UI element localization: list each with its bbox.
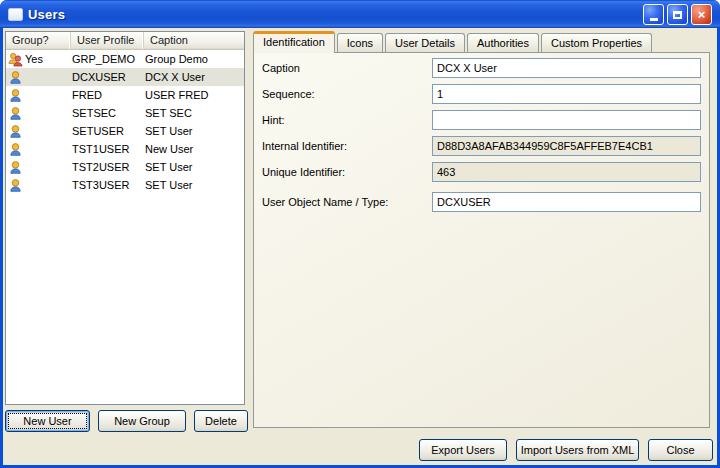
tab-authorities[interactable]: Authorities [467, 33, 539, 52]
hint-label: Hint: [262, 110, 432, 126]
tab-identification[interactable]: Identification [253, 31, 335, 53]
group-cell [6, 124, 70, 139]
group-icon [8, 52, 23, 67]
column-header-user-profile[interactable]: User Profile [70, 32, 143, 49]
user-icon [8, 88, 23, 103]
list-action-buttons: New User New Group Delete [5, 410, 248, 432]
hint-field[interactable] [432, 110, 701, 130]
tab-user-details[interactable]: User Details [385, 33, 465, 52]
caption-cell: SET User [143, 125, 244, 137]
hint-row: Hint: [262, 110, 701, 130]
column-header-caption[interactable]: Caption [143, 32, 244, 49]
title-bar[interactable]: Users × [0, 0, 720, 28]
close-button[interactable]: × [691, 4, 712, 25]
table-row[interactable]: YesGRP_DEMOGroup Demo [6, 50, 244, 68]
user-profile-cell: TST2USER [70, 161, 143, 173]
group-cell [6, 88, 70, 103]
list-rows: YesGRP_DEMOGroup DemoDCXUSERDCX X UserFR… [6, 50, 244, 194]
dialog-action-buttons: Export Users Import Users from XML Close [419, 439, 713, 461]
user-icon [8, 178, 23, 193]
caption-cell: New User [143, 143, 244, 155]
new-group-button[interactable]: New Group [98, 410, 186, 432]
delete-button[interactable]: Delete [194, 410, 248, 432]
user-icon [8, 106, 23, 121]
sequence-label: Sequence: [262, 84, 432, 100]
sequence-row: Sequence: [262, 84, 701, 104]
group-cell [6, 142, 70, 157]
column-header-group[interactable]: Group? [6, 32, 70, 49]
new-user-button[interactable]: New User [5, 410, 90, 432]
detail-tab-control: IdentificationIconsUser DetailsAuthoriti… [253, 30, 710, 428]
close-icon: × [698, 8, 706, 21]
group-cell [6, 106, 70, 121]
unique-identifier-row: Unique Identifier: [262, 162, 701, 182]
table-row[interactable]: TST2USERSET User [6, 158, 244, 176]
list-header[interactable]: Group? User Profile Caption [6, 32, 244, 50]
internal-identifier-field [432, 136, 701, 156]
group-flag: Yes [25, 53, 43, 65]
table-row[interactable]: SETUSERSET User [6, 122, 244, 140]
table-row[interactable]: FREDUSER FRED [6, 86, 244, 104]
user-profile-cell: TST1USER [70, 143, 143, 155]
user-profile-cell: FRED [70, 89, 143, 101]
import-users-from-xml-button[interactable]: Import Users from XML [516, 439, 639, 461]
unique-identifier-field [432, 162, 701, 182]
table-row[interactable]: DCXUSERDCX X User [6, 68, 244, 86]
window-icon [8, 8, 23, 21]
window-title: Users [28, 7, 65, 22]
group-cell: Yes [6, 52, 70, 67]
users-list[interactable]: Group? User Profile Caption YesGRP_DEMOG… [5, 31, 245, 405]
tab-strip: IdentificationIconsUser DetailsAuthoriti… [253, 30, 710, 52]
maximize-icon [673, 11, 682, 19]
close-dialog-button[interactable]: Close [648, 439, 713, 461]
caption-cell: USER FRED [143, 89, 244, 101]
user-object-name-type-row: User Object Name / Type: [262, 192, 701, 212]
user-icon [8, 70, 23, 85]
unique-identifier-label: Unique Identifier: [262, 162, 432, 178]
user-object-name-type-field[interactable] [432, 192, 701, 212]
dialog-client-area: Group? User Profile Caption YesGRP_DEMOG… [3, 28, 717, 465]
identification-tab-panel: CaptionSequence:Hint:Internal Identifier… [253, 52, 710, 428]
user-profile-cell: GRP_DEMO [70, 53, 143, 65]
internal-identifier-row: Internal Identifier: [262, 136, 701, 156]
group-cell [6, 160, 70, 175]
minimize-button[interactable] [643, 4, 664, 25]
user-profile-cell: SETSEC [70, 107, 143, 119]
caption-label: Caption [262, 58, 432, 74]
caption-cell: Group Demo [143, 53, 244, 65]
caption-field[interactable] [432, 58, 701, 78]
caption-row: Caption [262, 58, 701, 78]
export-users-button[interactable]: Export Users [419, 439, 507, 461]
sequence-field[interactable] [432, 84, 701, 104]
user-icon [8, 142, 23, 157]
user-object-name-type-label: User Object Name / Type: [262, 192, 432, 208]
user-icon [8, 160, 23, 175]
caption-cell: SET SEC [143, 107, 244, 119]
caption-cell: DCX X User [143, 71, 244, 83]
tab-icons[interactable]: Icons [337, 33, 383, 52]
table-row[interactable]: TST3USERSET User [6, 176, 244, 194]
user-profile-cell: SETUSER [70, 125, 143, 137]
table-row[interactable]: SETSECSET SEC [6, 104, 244, 122]
minimize-icon [650, 18, 658, 21]
internal-identifier-label: Internal Identifier: [262, 136, 432, 152]
user-profile-cell: DCXUSER [70, 71, 143, 83]
user-icon [8, 124, 23, 139]
table-row[interactable]: TST1USERNew User [6, 140, 244, 158]
identification-form: CaptionSequence:Hint:Internal Identifier… [262, 58, 701, 212]
users-dialog-window: Users × Group? User Profile Caption YesG… [0, 0, 720, 468]
group-cell [6, 70, 70, 85]
caption-cell: SET User [143, 161, 244, 173]
group-cell [6, 178, 70, 193]
maximize-button[interactable] [667, 4, 688, 25]
caption-cell: SET User [143, 179, 244, 191]
tab-custom-properties[interactable]: Custom Properties [541, 33, 652, 52]
user-profile-cell: TST3USER [70, 179, 143, 191]
